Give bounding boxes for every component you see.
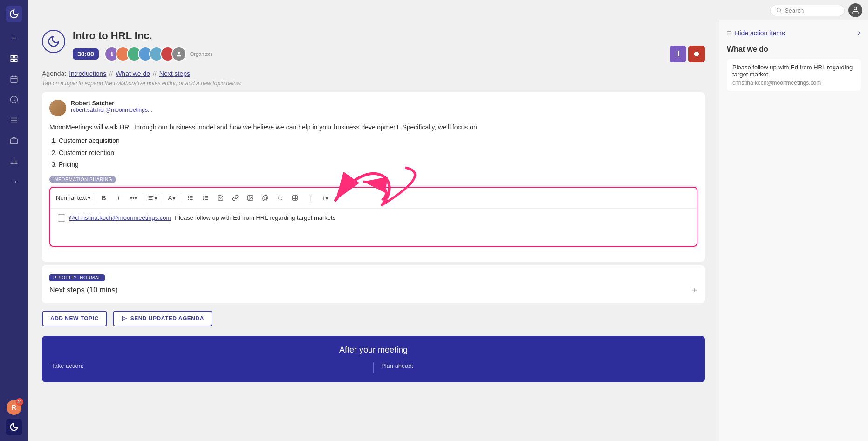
meeting-title-area: Intro to HRL Inc. 30:00 ℹ (73, 30, 705, 62)
agenda-link-introductions[interactable]: Introductions (69, 70, 106, 77)
after-take-action-label: Take action: (51, 362, 366, 369)
agenda-bar: Agenda: Introductions // What we do // N… (42, 70, 705, 77)
svg-point-20 (178, 52, 180, 54)
main-area: Intro to HRL Inc. 30:00 ℹ (28, 0, 868, 441)
next-steps-title: Next steps (10 mins) (49, 286, 118, 294)
participant-avatars: ℹ (104, 47, 186, 61)
svg-rect-1 (15, 55, 17, 58)
editor-body[interactable]: @christina.koch@moonmeetings.com Please … (50, 209, 697, 246)
panel-menu-icon: ≡ (727, 29, 731, 37)
toolbar-divider-4 (181, 193, 181, 203)
align-button[interactable]: ▾ (146, 191, 159, 204)
speaker-name: Robert Satcher (71, 100, 697, 107)
bold-button[interactable]: B (97, 191, 110, 204)
svg-rect-3 (15, 60, 17, 62)
next-steps-add-button[interactable]: + (692, 285, 697, 296)
plus-button[interactable]: +▾ (318, 191, 331, 204)
text-style-select[interactable]: Normal text ▾ (56, 194, 91, 201)
sidebar-calendar-icon[interactable] (6, 71, 22, 88)
after-plan-ahead-label: Plan ahead: (381, 362, 696, 369)
italic-button[interactable]: I (112, 191, 125, 204)
table-button[interactable] (288, 191, 301, 204)
more-options-button[interactable]: ••• (127, 191, 140, 204)
after-meeting-divider (373, 362, 374, 373)
panel-section-title: What we do (727, 45, 861, 54)
editor-task-row: @christina.koch@moonmeetings.com Please … (58, 214, 689, 222)
meeting-title: Intro to HRL Inc. (73, 30, 705, 42)
user-avatar[interactable]: R 21 (7, 400, 21, 415)
panel-action-email: christina.koch@moonmeetings.com (732, 80, 855, 86)
right-panel: ≡ Hide action items › What we do Please … (719, 20, 868, 441)
notes-intro-text: MoonMeetings will walk HRL through our b… (49, 122, 697, 132)
svg-point-29 (188, 199, 189, 200)
svg-line-18 (780, 11, 781, 12)
send-agenda-button[interactable]: SEND UPDATED AGENDA (113, 311, 212, 326)
divider-button[interactable]: | (303, 191, 316, 204)
svg-point-17 (777, 8, 781, 12)
sidebar-menu-icon[interactable] (6, 112, 22, 129)
agenda-link-what-we-do[interactable]: What we do (116, 70, 150, 77)
svg-rect-35 (293, 196, 298, 201)
sidebar-dashboard-icon[interactable] (6, 50, 22, 67)
svg-point-19 (854, 7, 857, 10)
toolbar-divider-1 (94, 193, 94, 203)
sidebar-chart-icon[interactable] (6, 153, 22, 170)
meeting-header: Intro to HRL Inc. 30:00 ℹ (42, 30, 705, 62)
after-meeting-section: After your meeting Take action: Plan ahe… (42, 336, 705, 382)
speaker-email: robert.satcher@moonmeetings... (71, 107, 697, 113)
bullet-list-button[interactable] (184, 191, 197, 204)
next-steps-section: PRIORITY: NORMAL Next steps (10 mins) + (42, 265, 705, 303)
mention-button[interactable]: @ (259, 191, 272, 204)
panel-header-left: ≡ Hide action items (727, 29, 785, 37)
task-mention: @christina.koch@moonmeetings.com (69, 214, 171, 221)
topbar-avatar[interactable] (848, 3, 862, 17)
notes-list-item: Customer retention (59, 147, 697, 159)
section-label: INFORMATION SHARING (49, 176, 116, 183)
svg-point-27 (188, 196, 189, 197)
pause-button[interactable]: ⏸ (670, 46, 686, 62)
task-text: Please follow up with Ed from HRL regard… (175, 214, 335, 221)
image-button[interactable] (244, 191, 257, 204)
svg-rect-2 (11, 60, 13, 62)
text-style-label: Normal text (56, 194, 87, 201)
svg-point-34 (249, 197, 250, 197)
after-plan-ahead-col: Plan ahead: (381, 362, 696, 373)
color-button[interactable]: A▾ (165, 191, 178, 204)
hide-action-items-link[interactable]: Hide action items (735, 29, 785, 37)
editor-toolbar: Normal text ▾ B I ••• ▾ (50, 188, 697, 209)
sidebar-add-button[interactable]: + (6, 30, 22, 47)
emoji-button[interactable]: ☺ (273, 191, 287, 204)
notes-list-item: Pricing (59, 159, 697, 170)
meeting-meta: 30:00 ℹ (73, 46, 705, 62)
app-logo[interactable] (6, 6, 22, 22)
topbar (28, 0, 868, 20)
editor-box[interactable]: Normal text ▾ B I ••• ▾ (49, 187, 697, 247)
numbered-list-button[interactable] (199, 191, 212, 204)
sub-note: Tap on a topic to expand the collaborati… (42, 80, 705, 87)
task-checkbox[interactable] (58, 214, 65, 222)
next-steps-header: Next steps (10 mins) + (49, 285, 697, 296)
record-button[interactable]: ⏺ (688, 46, 705, 62)
agenda-link-next-steps[interactable]: Next steps (159, 70, 190, 77)
sidebar-briefcase-icon[interactable] (6, 132, 22, 149)
search-input[interactable] (785, 7, 839, 14)
panel-action-item: Please follow up with Ed from HRL regard… (727, 59, 861, 91)
action-buttons: ADD NEW TOPIC SEND UPDATED AGENDA (42, 311, 705, 326)
agenda-sep-2: // (153, 70, 157, 77)
after-meeting-cols: Take action: Plan ahead: (51, 362, 696, 373)
panel-header: ≡ Hide action items › (727, 28, 861, 38)
panel-expand-icon[interactable]: › (858, 28, 861, 38)
svg-rect-12 (11, 139, 18, 144)
timer-badge: 30:00 (73, 48, 99, 60)
add-topic-button[interactable]: ADD NEW TOPIC (42, 311, 107, 326)
sidebar-arrow-icon[interactable]: → (6, 173, 22, 190)
checkbox-button[interactable] (214, 191, 227, 204)
speaker-section: Robert Satcher robert.satcher@moonmeetin… (49, 100, 697, 116)
toolbar-divider-3 (162, 193, 162, 203)
search-icon (776, 7, 782, 14)
sidebar-history-icon[interactable] (6, 91, 22, 108)
link-button[interactable] (229, 191, 242, 204)
search-box[interactable] (770, 5, 845, 16)
bottom-logo (6, 419, 22, 435)
notes-list: Customer acquisition Customer retention … (59, 135, 697, 170)
